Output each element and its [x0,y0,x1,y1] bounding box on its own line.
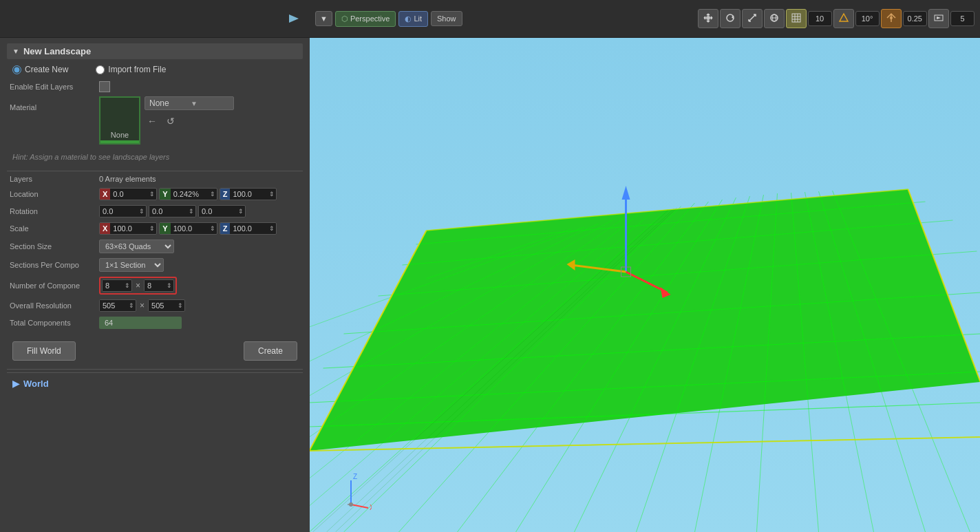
overall-resolution-label: Overall Resolution [10,301,99,310]
scale-tool-button[interactable] [742,9,763,28]
rotation-2-input[interactable] [149,206,187,217]
snap-value-field[interactable]: 0.25 [903,11,927,26]
show-label: Show [437,14,456,23]
location-label: Location [10,190,99,198]
svg-line-62 [351,504,368,508]
location-z-label: Z [220,189,231,200]
perspective-button[interactable]: ⬡ Perspective [335,11,396,27]
top-bar-left [0,0,310,38]
num-components-arrow-1[interactable]: ⇕ [123,281,131,290]
camera-speed-button[interactable] [928,9,949,28]
material-thumb-bar [100,140,139,143]
show-button[interactable]: Show [431,11,462,26]
scale-x-input[interactable] [110,223,148,234]
scale-z-arrow[interactable]: ⇕ [268,224,276,233]
rotation-row: Rotation ⇕ ⇕ ⇕ [7,204,303,218]
number-of-components-label: Number of Compone [10,281,99,290]
location-x-input[interactable] [110,189,148,200]
components-x-separator: × [134,281,142,290]
enable-edit-layers-checkbox[interactable] [99,81,110,92]
material-chevron-icon: ▼ [191,100,229,107]
lit-icon: ◐ [405,14,412,23]
material-control: None None ▼ ← ↺ [99,96,234,145]
import-file-radio[interactable] [96,65,105,74]
viewport-toolbar: ▼ ⬡ Perspective ◐ Lit Show [310,0,980,38]
location-y-field: Y ⇕ [159,188,217,200]
camera-value-field[interactable]: 5 [950,11,974,26]
enable-edit-layers-label: Enable Edit Layers [10,83,99,91]
sections-per-component-row: Sections Per Compo 1×1 Section 2×2 Secti… [7,257,303,273]
snap-angle-value-field[interactable]: 10° [855,11,880,26]
rotate-tool-button[interactable] [720,9,741,28]
scale-y-arrow[interactable]: ⇕ [209,224,217,233]
svg-point-12 [890,17,893,19]
rotation-3-arrow[interactable]: ⇕ [237,206,245,216]
location-y-arrow[interactable]: ⇕ [209,189,217,199]
viewport-dropdown-button[interactable]: ▼ [315,11,332,26]
lit-button[interactable]: ◐ Lit [398,11,428,27]
material-thumb-label: None [111,131,129,139]
scale-xyz-group: X ⇕ Y ⇕ Z ⇕ [99,222,277,235]
rotation-1-input[interactable] [100,206,138,217]
location-x-arrow[interactable]: ⇕ [148,189,156,199]
radio-row: Create New Import from File [7,65,303,74]
section-size-select[interactable]: 63×63 Quads 127×127 Quads 255×255 Quads [99,240,174,253]
divider-1 [7,171,303,171]
material-dropdown-value: None [149,98,188,108]
canvas-3d[interactable]: Z X [310,38,980,532]
world-toggle-button[interactable] [764,9,785,28]
svg-marker-11 [840,14,848,21]
rotation-1-arrow[interactable]: ⇕ [138,206,146,216]
location-xyz-group: X ⇕ Y ⇕ Z ⇕ [99,188,277,200]
layers-row: Layers 0 Array elements [7,174,303,184]
num-components-arrow-2[interactable]: ⇕ [165,281,173,290]
location-row: Location X ⇕ Y ⇕ Z ⇕ [7,187,303,201]
scale-z-label: Z [220,223,231,234]
num-components-input-2[interactable] [145,280,165,291]
overall-res-input-1[interactable] [100,300,127,311]
move-tool-button[interactable] [698,9,718,28]
rotation-3-input[interactable] [199,206,237,217]
scale-x-arrow[interactable]: ⇕ [148,224,156,233]
create-button[interactable]: Create [244,341,297,361]
viewport-dropdown-arrow-icon: ▼ [320,14,328,23]
overall-res-arrow-1[interactable]: ⇕ [127,301,136,310]
material-back-button[interactable]: ← [145,114,160,128]
create-new-label: Create New [25,65,68,74]
layers-value: 0 Array elements [99,175,156,183]
material-dropdown[interactable]: None ▼ [145,96,234,110]
material-thumbnail[interactable]: None [99,96,140,145]
vp-tool-group: 10 10° 0.25 [698,9,974,28]
num-components-input-1[interactable] [103,280,123,291]
scale-y-input[interactable] [171,223,209,234]
material-search-button[interactable]: ↺ [164,114,178,128]
panel-arrow-icon[interactable] [284,9,303,28]
fill-world-button[interactable]: Fill World [12,341,76,361]
create-new-radio[interactable] [12,65,21,74]
snap-button[interactable] [881,9,902,28]
world-section: ▶ World [7,372,303,394]
import-file-option[interactable]: Import from File [96,65,166,74]
overall-res-x-separator: × [138,301,146,310]
axis-indicator: Z X [330,470,372,511]
location-x-label: X [100,189,110,200]
material-actions: ← ↺ [145,113,234,128]
sections-per-component-select[interactable]: 1×1 Section 2×2 Sections [99,258,164,272]
grid-toggle-button[interactable] [786,9,807,28]
grid-size-field[interactable]: 10 [808,11,832,26]
create-new-option[interactable]: Create New [12,65,68,74]
location-z-arrow[interactable]: ⇕ [268,189,276,199]
new-landscape-header[interactable]: ▼ New Landscape [7,43,303,59]
overall-res-arrow-2[interactable]: ⇕ [176,301,184,310]
rotation-2-arrow[interactable]: ⇕ [187,206,195,216]
perspective-label: Perspective [350,14,390,23]
scale-y-field: Y ⇕ [159,222,217,235]
location-y-input[interactable] [171,189,209,200]
location-z-input[interactable] [230,189,268,200]
scale-z-input[interactable] [230,223,268,234]
world-label[interactable]: ▶ World [12,379,297,389]
svg-marker-14 [937,17,941,19]
snap-angle-triangle-button[interactable] [833,9,854,28]
num-components-field-2: ⇕ [144,279,174,292]
overall-res-input-2[interactable] [149,300,176,311]
